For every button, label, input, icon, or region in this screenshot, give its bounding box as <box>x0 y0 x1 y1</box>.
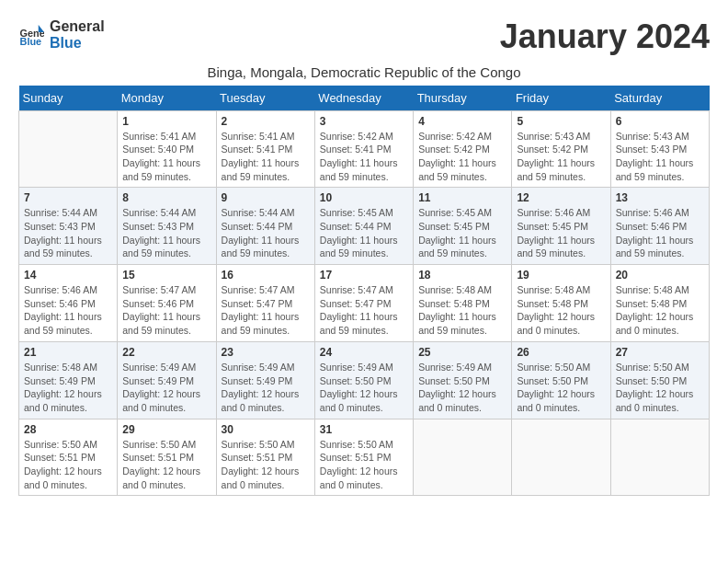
day-number: 24 <box>320 346 408 359</box>
calendar-day-cell: 25Sunrise: 5:49 AM Sunset: 5:50 PM Dayli… <box>414 341 512 419</box>
calendar-day-cell: 29Sunrise: 5:50 AM Sunset: 5:51 PM Dayli… <box>118 419 216 496</box>
day-number: 29 <box>122 423 210 436</box>
calendar-week-row: 7Sunrise: 5:44 AM Sunset: 5:43 PM Daylig… <box>19 188 710 265</box>
calendar-week-row: 14Sunrise: 5:46 AM Sunset: 5:46 PM Dayli… <box>19 265 710 342</box>
calendar-day-cell: 24Sunrise: 5:49 AM Sunset: 5:50 PM Dayli… <box>314 341 413 419</box>
day-number: 30 <box>222 423 310 436</box>
calendar-week-row: 21Sunrise: 5:48 AM Sunset: 5:49 PM Dayli… <box>19 341 710 419</box>
calendar-header-saturday: Saturday <box>610 86 709 111</box>
day-info: Sunrise: 5:50 AM Sunset: 5:50 PM Dayligh… <box>517 361 605 415</box>
calendar-day-cell: 3Sunrise: 5:42 AM Sunset: 5:41 PM Daylig… <box>314 110 413 188</box>
calendar-day-cell: 11Sunrise: 5:45 AM Sunset: 5:45 PM Dayli… <box>414 188 512 265</box>
day-number: 23 <box>222 346 310 359</box>
day-info: Sunrise: 5:48 AM Sunset: 5:48 PM Dayligh… <box>517 283 605 338</box>
day-number: 27 <box>616 346 704 359</box>
day-info: Sunrise: 5:47 AM Sunset: 5:47 PM Dayligh… <box>222 283 310 338</box>
day-info: Sunrise: 5:41 AM Sunset: 5:40 PM Dayligh… <box>122 130 210 184</box>
calendar-day-cell <box>610 419 709 496</box>
day-number: 16 <box>222 269 310 282</box>
calendar-day-cell: 7Sunrise: 5:44 AM Sunset: 5:43 PM Daylig… <box>19 188 118 265</box>
day-number: 4 <box>418 115 506 128</box>
day-number: 13 <box>616 191 704 204</box>
calendar-day-cell: 21Sunrise: 5:48 AM Sunset: 5:49 PM Dayli… <box>19 341 118 419</box>
calendar-day-cell: 18Sunrise: 5:48 AM Sunset: 5:48 PM Dayli… <box>414 265 512 342</box>
day-number: 15 <box>122 269 210 282</box>
calendar-header-friday: Friday <box>512 86 610 111</box>
day-number: 28 <box>24 423 112 436</box>
day-info: Sunrise: 5:48 AM Sunset: 5:48 PM Dayligh… <box>418 283 506 338</box>
calendar-day-cell: 1Sunrise: 5:41 AM Sunset: 5:40 PM Daylig… <box>118 110 216 188</box>
day-number: 17 <box>320 269 408 282</box>
day-info: Sunrise: 5:45 AM Sunset: 5:44 PM Dayligh… <box>320 206 408 260</box>
day-number: 1 <box>122 115 210 128</box>
day-info: Sunrise: 5:42 AM Sunset: 5:42 PM Dayligh… <box>418 130 506 184</box>
day-info: Sunrise: 5:50 AM Sunset: 5:51 PM Dayligh… <box>222 438 310 492</box>
day-info: Sunrise: 5:44 AM Sunset: 5:43 PM Dayligh… <box>24 206 112 260</box>
day-info: Sunrise: 5:49 AM Sunset: 5:49 PM Dayligh… <box>122 361 210 415</box>
calendar-header-sunday: Sunday <box>19 86 118 111</box>
day-number: 20 <box>616 269 704 282</box>
calendar-day-cell: 5Sunrise: 5:43 AM Sunset: 5:42 PM Daylig… <box>512 110 610 188</box>
calendar-day-cell: 23Sunrise: 5:49 AM Sunset: 5:49 PM Dayli… <box>216 341 314 419</box>
logo-general: General <box>50 18 105 35</box>
logo-blue: Blue <box>50 35 105 52</box>
day-number: 22 <box>122 346 210 359</box>
day-info: Sunrise: 5:49 AM Sunset: 5:49 PM Dayligh… <box>222 361 310 415</box>
calendar-table: SundayMondayTuesdayWednesdayThursdayFrid… <box>18 86 710 497</box>
calendar-day-cell: 20Sunrise: 5:48 AM Sunset: 5:48 PM Dayli… <box>610 265 709 342</box>
calendar-day-cell: 27Sunrise: 5:50 AM Sunset: 5:50 PM Dayli… <box>610 341 709 419</box>
calendar-day-cell: 6Sunrise: 5:43 AM Sunset: 5:43 PM Daylig… <box>610 110 709 188</box>
calendar-week-row: 1Sunrise: 5:41 AM Sunset: 5:40 PM Daylig… <box>19 110 710 188</box>
page-subtitle: Binga, Mongala, Democratic Republic of t… <box>18 64 710 80</box>
calendar-day-cell: 12Sunrise: 5:46 AM Sunset: 5:45 PM Dayli… <box>512 188 610 265</box>
day-info: Sunrise: 5:44 AM Sunset: 5:43 PM Dayligh… <box>122 206 210 260</box>
day-info: Sunrise: 5:46 AM Sunset: 5:46 PM Dayligh… <box>616 206 704 260</box>
calendar-day-cell <box>512 419 610 496</box>
day-info: Sunrise: 5:43 AM Sunset: 5:43 PM Dayligh… <box>616 130 704 184</box>
day-number: 11 <box>418 191 506 204</box>
day-number: 5 <box>517 115 605 128</box>
day-number: 10 <box>320 191 408 204</box>
calendar-day-cell: 10Sunrise: 5:45 AM Sunset: 5:44 PM Dayli… <box>314 188 413 265</box>
calendar-day-cell: 13Sunrise: 5:46 AM Sunset: 5:46 PM Dayli… <box>610 188 709 265</box>
day-number: 8 <box>122 191 210 204</box>
day-number: 7 <box>24 191 112 204</box>
calendar-day-cell: 16Sunrise: 5:47 AM Sunset: 5:47 PM Dayli… <box>216 265 314 342</box>
day-info: Sunrise: 5:50 AM Sunset: 5:51 PM Dayligh… <box>320 438 408 492</box>
day-number: 31 <box>320 423 408 436</box>
calendar-day-cell: 28Sunrise: 5:50 AM Sunset: 5:51 PM Dayli… <box>19 419 118 496</box>
day-info: Sunrise: 5:47 AM Sunset: 5:46 PM Dayligh… <box>122 283 210 338</box>
day-info: Sunrise: 5:50 AM Sunset: 5:51 PM Dayligh… <box>122 438 210 492</box>
page-title: January 2024 <box>500 18 710 55</box>
calendar-header-thursday: Thursday <box>414 86 512 111</box>
calendar-day-cell: 8Sunrise: 5:44 AM Sunset: 5:43 PM Daylig… <box>118 188 216 265</box>
logo: General Blue General Blue <box>18 18 105 51</box>
svg-text:Blue: Blue <box>20 35 42 46</box>
day-number: 21 <box>24 346 112 359</box>
calendar-header-monday: Monday <box>118 86 216 111</box>
day-info: Sunrise: 5:47 AM Sunset: 5:47 PM Dayligh… <box>320 283 408 338</box>
day-info: Sunrise: 5:48 AM Sunset: 5:48 PM Dayligh… <box>616 283 704 338</box>
day-number: 3 <box>320 115 408 128</box>
calendar-day-cell: 31Sunrise: 5:50 AM Sunset: 5:51 PM Dayli… <box>314 419 413 496</box>
day-info: Sunrise: 5:41 AM Sunset: 5:41 PM Dayligh… <box>222 130 310 184</box>
day-number: 26 <box>517 346 605 359</box>
day-info: Sunrise: 5:49 AM Sunset: 5:50 PM Dayligh… <box>418 361 506 415</box>
calendar-header-tuesday: Tuesday <box>216 86 314 111</box>
calendar-header-wednesday: Wednesday <box>314 86 413 111</box>
day-info: Sunrise: 5:49 AM Sunset: 5:50 PM Dayligh… <box>320 361 408 415</box>
calendar-day-cell <box>414 419 512 496</box>
calendar-header-row: SundayMondayTuesdayWednesdayThursdayFrid… <box>19 86 710 111</box>
calendar-day-cell: 19Sunrise: 5:48 AM Sunset: 5:48 PM Dayli… <box>512 265 610 342</box>
day-number: 2 <box>222 115 310 128</box>
page-header: General Blue General Blue January 2024 <box>18 18 710 55</box>
logo-icon: General Blue <box>18 22 44 48</box>
calendar-day-cell: 9Sunrise: 5:44 AM Sunset: 5:44 PM Daylig… <box>216 188 314 265</box>
day-number: 14 <box>24 269 112 282</box>
calendar-day-cell: 4Sunrise: 5:42 AM Sunset: 5:42 PM Daylig… <box>414 110 512 188</box>
day-number: 12 <box>517 191 605 204</box>
day-info: Sunrise: 5:48 AM Sunset: 5:49 PM Dayligh… <box>24 361 112 415</box>
calendar-day-cell: 2Sunrise: 5:41 AM Sunset: 5:41 PM Daylig… <box>216 110 314 188</box>
calendar-day-cell: 26Sunrise: 5:50 AM Sunset: 5:50 PM Dayli… <box>512 341 610 419</box>
day-info: Sunrise: 5:44 AM Sunset: 5:44 PM Dayligh… <box>222 206 310 260</box>
